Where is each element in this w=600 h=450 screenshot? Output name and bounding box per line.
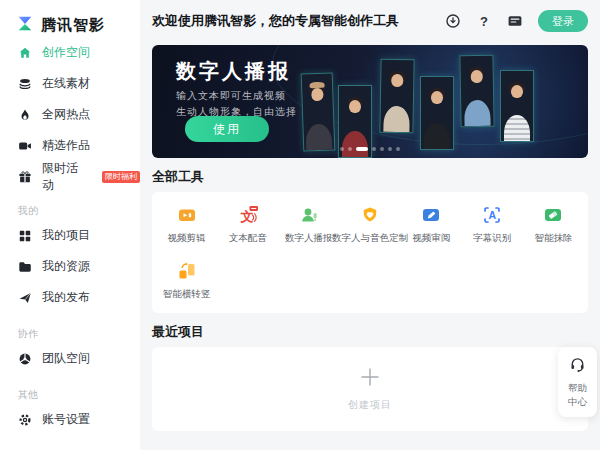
tools-card: 视频剪辑 文 文本配音 数字人播报 xyxy=(152,192,588,313)
main-content: 欢迎使用腾讯智影，您的专属智能创作工具 ? 登录 数字人播报 输入文本即可生成视… xyxy=(140,0,600,450)
carousel-dot-active[interactable] xyxy=(356,147,368,151)
sidebar-menu: 创作空间 在线素材 全网热点 精选作品 xyxy=(0,37,140,435)
headset-icon xyxy=(569,359,586,376)
layers-icon xyxy=(18,77,32,91)
tool-voice-customization[interactable]: 数字人与音色定制 xyxy=(332,205,408,245)
svg-text:A: A xyxy=(489,209,497,221)
carousel-dot[interactable] xyxy=(372,147,376,151)
carousel-dot[interactable] xyxy=(396,147,400,151)
home-icon xyxy=(18,46,32,60)
portrait-frame xyxy=(459,55,494,128)
tool-smart-erase[interactable]: 智能抹除 xyxy=(534,205,572,245)
gear-icon xyxy=(18,413,32,427)
tool-text-dubbing[interactable]: 文 文本配音 xyxy=(229,205,267,245)
sidebar-item-team-space[interactable]: 团队空间 xyxy=(0,343,140,374)
header-actions: ? 登录 xyxy=(445,10,588,32)
carousel-dot[interactable] xyxy=(380,147,384,151)
video-review-icon xyxy=(421,205,441,225)
portrait-frame xyxy=(500,70,534,142)
banner-title: 数字人播报 xyxy=(176,58,291,85)
sidebar-item-label: 我的项目 xyxy=(42,227,90,244)
sidebar-item-my-publications[interactable]: 我的发布 xyxy=(0,282,140,313)
create-project-label: 创建项目 xyxy=(348,398,392,412)
sidebar-item-label: 我的发布 xyxy=(42,289,90,306)
flame-icon xyxy=(18,108,32,122)
text-dub-icon: 文 xyxy=(238,205,258,225)
banner-subtitle-1: 输入文本即可生成视频 xyxy=(176,89,286,103)
portrait-frame xyxy=(420,76,454,150)
create-project-button[interactable]: 创建项目 xyxy=(348,366,392,412)
sidebar-section-collaboration: 协作 xyxy=(0,325,140,343)
smart-erase-icon xyxy=(543,205,563,225)
tool-subtitle-recognition[interactable]: A 字幕识别 xyxy=(473,205,511,245)
svg-text:文: 文 xyxy=(239,209,253,224)
send-icon xyxy=(18,291,32,305)
help-icon[interactable]: ? xyxy=(476,13,492,29)
feedback-icon[interactable] xyxy=(507,13,523,29)
activity-badge: 限时福利 xyxy=(102,171,140,183)
sidebar-item-label: 精选作品 xyxy=(42,137,90,154)
carousel-dot[interactable] xyxy=(388,147,392,151)
portrait-frame xyxy=(379,59,414,134)
carousel-dots xyxy=(340,147,400,151)
tools-section-title: 全部工具 xyxy=(152,168,588,186)
tool-video-edit[interactable]: 视频剪辑 xyxy=(168,205,206,245)
sidebar-section-other: 其他 xyxy=(0,386,140,404)
app-window: 腾讯智影 创作空间 在线素材 全网热点 xyxy=(0,0,600,450)
sidebar: 腾讯智影 创作空间 在线素材 全网热点 xyxy=(0,0,140,450)
download-client-icon[interactable] xyxy=(445,13,461,29)
top-header: 欢迎使用腾讯智影，您的专属智能创作工具 ? 登录 xyxy=(140,0,600,42)
digital-human-icon xyxy=(299,205,319,225)
subtitle-recognition-icon: A xyxy=(482,205,502,225)
sidebar-item-creation-space[interactable]: 创作空间 xyxy=(0,37,140,68)
video-edit-icon xyxy=(177,205,197,225)
sidebar-item-label: 限时活动 xyxy=(42,160,87,194)
sidebar-item-trending[interactable]: 全网热点 xyxy=(0,99,140,130)
sidebar-item-account-settings[interactable]: 账号设置 xyxy=(0,404,140,435)
login-button[interactable]: 登录 xyxy=(538,10,588,32)
logo[interactable]: 腾讯智影 xyxy=(0,0,140,37)
recent-projects-card: 创建项目 xyxy=(152,347,588,431)
tool-video-review[interactable]: 视频审阅 xyxy=(412,205,450,245)
banner-use-button[interactable]: 使用 xyxy=(185,116,269,142)
team-icon xyxy=(18,352,32,366)
sidebar-item-label: 全网热点 xyxy=(42,106,90,123)
sidebar-item-my-resources[interactable]: 我的资源 xyxy=(0,251,140,282)
help-center-label-line2: 中心 xyxy=(558,395,597,409)
help-center-widget[interactable]: 帮助 中心 xyxy=(558,347,597,417)
hero-banner[interactable]: 数字人播报 输入文本即可生成视频 生动人物形象，自由选择 使用 xyxy=(152,45,588,158)
video-camera-icon xyxy=(18,139,32,153)
horizontal-to-vertical-icon xyxy=(177,261,197,281)
folder-icon xyxy=(18,260,32,274)
help-center-label-line1: 帮助 xyxy=(558,381,597,395)
sidebar-item-featured-works[interactable]: 精选作品 xyxy=(0,130,140,161)
voice-custom-icon xyxy=(360,205,380,225)
portrait-frame xyxy=(301,72,336,151)
sidebar-item-label: 账号设置 xyxy=(42,411,90,428)
grid-icon xyxy=(18,229,32,243)
sidebar-item-online-assets[interactable]: 在线素材 xyxy=(0,68,140,99)
welcome-text: 欢迎使用腾讯智影，您的专属智能创作工具 xyxy=(152,12,399,30)
recent-section-title: 最近项目 xyxy=(152,323,588,341)
sidebar-item-label: 团队空间 xyxy=(42,350,90,367)
sidebar-item-label: 我的资源 xyxy=(42,258,90,275)
carousel-dot[interactable] xyxy=(348,147,352,151)
sidebar-item-limited-activity[interactable]: 限时活动 限时福利 xyxy=(0,161,140,192)
gift-icon xyxy=(18,170,32,184)
sidebar-item-label: 创作空间 xyxy=(42,44,90,61)
tool-digital-human-broadcast[interactable]: 数字人播报 xyxy=(285,205,333,245)
plus-icon xyxy=(359,366,381,392)
sidebar-item-label: 在线素材 xyxy=(42,75,90,92)
tool-horizontal-to-vertical[interactable]: 智能横转竖 xyxy=(163,261,211,301)
zhiying-logo-icon xyxy=(16,14,34,36)
app-title: 腾讯智影 xyxy=(41,16,105,35)
sidebar-section-mine: 我的 xyxy=(0,202,140,220)
sidebar-item-my-projects[interactable]: 我的项目 xyxy=(0,220,140,251)
carousel-dot[interactable] xyxy=(340,147,344,151)
